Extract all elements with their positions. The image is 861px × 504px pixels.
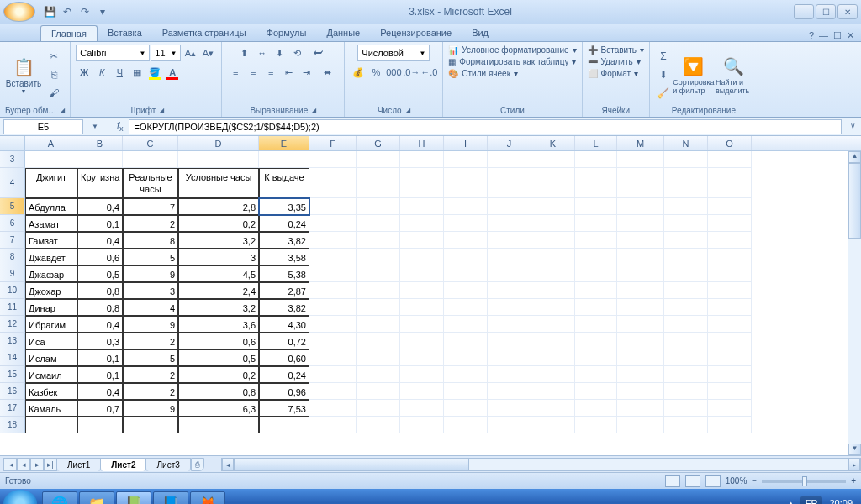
cell[interactable]: 0,5 (178, 349, 259, 366)
cell[interactable] (575, 215, 617, 232)
comma-icon[interactable]: 000 (385, 64, 402, 81)
cell[interactable]: 2 (123, 383, 178, 400)
cell[interactable] (664, 299, 708, 316)
cell[interactable] (708, 198, 752, 215)
cell[interactable] (357, 417, 400, 433)
cell[interactable]: 0,24 (259, 366, 309, 383)
dialog-launcher-icon[interactable]: ◢ (405, 107, 410, 114)
ribbon-tab-6[interactable]: Вид (462, 25, 499, 41)
row-header[interactable]: 12 (0, 316, 25, 333)
cell[interactable] (664, 333, 708, 349)
cell[interactable] (444, 316, 488, 333)
cell[interactable]: 3,2 (178, 299, 259, 316)
cell[interactable]: Гамзат (25, 232, 77, 249)
cell[interactable]: 4,5 (178, 265, 259, 282)
cell[interactable]: 3,6 (178, 316, 259, 333)
cell[interactable] (575, 282, 617, 299)
cell[interactable]: 9 (123, 316, 178, 333)
new-sheet-icon[interactable]: ⎙ (191, 458, 204, 471)
cell[interactable] (575, 366, 617, 383)
scroll-thumb[interactable] (848, 163, 861, 239)
cell[interactable] (309, 349, 357, 366)
cell[interactable] (309, 232, 357, 249)
underline-button[interactable]: Ч (111, 64, 128, 81)
taskbar-firefox-icon[interactable]: 🦊 (190, 491, 225, 504)
format-cells-button[interactable]: ⬜ Формат ▾ (588, 68, 639, 79)
cell[interactable] (400, 349, 444, 366)
cell[interactable] (708, 366, 752, 383)
cell[interactable] (357, 366, 400, 383)
cell[interactable] (400, 215, 444, 232)
increase-indent-icon[interactable]: ⇥ (298, 64, 314, 81)
cell[interactable] (575, 417, 617, 433)
cell[interactable] (664, 151, 708, 168)
cell[interactable] (357, 282, 400, 299)
cell[interactable] (309, 333, 357, 349)
cell[interactable] (617, 198, 664, 215)
cell[interactable] (617, 265, 664, 282)
wrap-text-button[interactable]: ⮨ (307, 45, 330, 61)
cell[interactable]: 0,7 (77, 400, 123, 417)
cell[interactable]: Исмаил (25, 366, 77, 383)
cell[interactable] (309, 265, 357, 282)
cell[interactable]: 4 (123, 299, 178, 316)
cell[interactable]: 2,4 (178, 282, 259, 299)
cell[interactable] (488, 215, 531, 232)
fill-icon[interactable]: ⬇ (655, 66, 672, 83)
cell[interactable] (444, 198, 488, 215)
cell[interactable] (575, 232, 617, 249)
scroll-up-icon[interactable]: ▲ (848, 151, 861, 163)
cell[interactable] (309, 316, 357, 333)
cell[interactable]: 3,58 (259, 249, 309, 265)
cell[interactable]: 0,6 (178, 333, 259, 349)
cell[interactable] (357, 299, 400, 316)
column-header[interactable]: A (25, 136, 77, 150)
cell[interactable] (617, 232, 664, 249)
align-middle-icon[interactable]: ↔ (254, 45, 271, 61)
sheet-nav-prev-icon[interactable]: ◂ (17, 458, 30, 471)
cell[interactable] (357, 198, 400, 215)
cell[interactable] (357, 151, 400, 168)
ribbon-tab-0[interactable]: Главная (40, 25, 98, 41)
cell[interactable]: Джохар (25, 282, 77, 299)
insert-cells-button[interactable]: ➕ Вставить ▾ (588, 45, 644, 55)
cell-styles-button[interactable]: 🎨 Стили ячеек ▾ (448, 68, 518, 79)
align-right-icon[interactable]: ≡ (262, 64, 279, 81)
cell[interactable] (617, 299, 664, 316)
cell[interactable] (488, 383, 531, 400)
zoom-level[interactable]: 100% (726, 476, 747, 486)
cell[interactable]: 0,3 (77, 333, 123, 349)
cell[interactable] (708, 333, 752, 349)
cell[interactable] (444, 151, 488, 168)
cell[interactable]: 0,6 (77, 249, 123, 265)
cell[interactable] (400, 417, 444, 433)
cell[interactable] (77, 417, 123, 433)
office-button[interactable] (3, 2, 35, 22)
percent-icon[interactable]: % (367, 64, 384, 81)
cell[interactable] (531, 168, 575, 198)
column-header[interactable]: L (575, 136, 617, 150)
row-header[interactable]: 9 (0, 265, 25, 282)
column-header[interactable]: E (259, 136, 309, 150)
row-header[interactable]: 7 (0, 232, 25, 249)
name-box-dropdown-icon[interactable]: ▼ (92, 123, 98, 130)
merge-button[interactable]: ⬌ (315, 64, 339, 81)
cell[interactable] (309, 417, 357, 433)
cell[interactable] (77, 151, 123, 168)
align-center-icon[interactable]: ≡ (245, 64, 261, 81)
cell[interactable] (617, 316, 664, 333)
cell[interactable] (488, 366, 531, 383)
cell[interactable]: 5,38 (259, 265, 309, 282)
align-bottom-icon[interactable]: ⬇ (272, 45, 288, 61)
language-indicator[interactable]: FR (800, 496, 823, 504)
column-headers[interactable]: ABCDEFGHIJKLMNO (0, 136, 861, 151)
paste-button[interactable]: 📋 Вставить▼ (5, 55, 42, 94)
clear-icon[interactable]: 🧹 (655, 85, 672, 102)
cell[interactable]: 3,2 (178, 232, 259, 249)
cell[interactable] (708, 168, 752, 198)
cell[interactable]: 0,1 (77, 366, 123, 383)
dialog-launcher-icon[interactable]: ◢ (311, 107, 316, 114)
increase-font-icon[interactable]: A▴ (182, 45, 198, 61)
select-all-corner[interactable] (0, 136, 25, 150)
cell[interactable]: Условные часы (178, 168, 259, 198)
